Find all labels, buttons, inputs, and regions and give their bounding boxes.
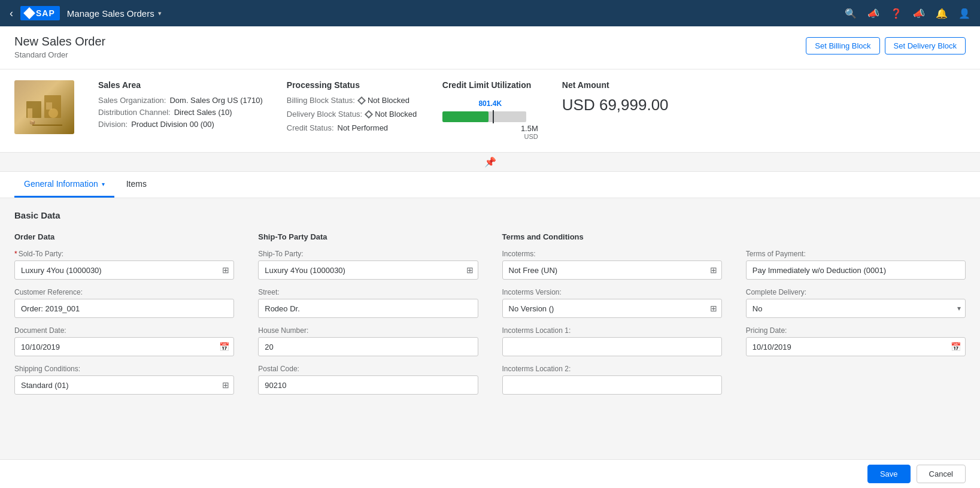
- sold-to-party-field: Sold-To Party: ⊞: [14, 250, 234, 280]
- incoterms-location-2-input[interactable]: [502, 375, 722, 395]
- sold-to-party-wrapper: ⊞: [14, 260, 234, 280]
- shipping-conditions-icon[interactable]: ⊞: [222, 380, 229, 390]
- incoterms-version-wrapper: ⊞: [502, 299, 722, 318]
- sap-logo: SAP: [20, 6, 60, 20]
- basic-data-title: Basic Data: [14, 210, 966, 220]
- ship-to-party-input[interactable]: [258, 260, 478, 280]
- sales-area-heading: Sales Area: [98, 80, 263, 90]
- street-field: Street:: [258, 288, 478, 318]
- set-delivery-block-button[interactable]: Set Delivery Block: [885, 37, 966, 54]
- header-actions: Set Billing Block Set Delivery Block: [806, 37, 966, 54]
- pricing-date-calendar-icon[interactable]: 📅: [951, 342, 961, 351]
- nav-left: ‹ SAP Manage Sales Orders ▾: [10, 6, 162, 20]
- shipping-conditions-label: Shipping Conditions:: [14, 365, 234, 373]
- house-number-field: House Number:: [258, 326, 478, 356]
- terms-of-payment-label: Terms of Payment:: [746, 250, 966, 258]
- order-data-title: Order Data: [14, 232, 234, 241]
- ship-to-party-field: Ship-To Party: ⊞: [258, 250, 478, 280]
- sold-to-party-input[interactable]: [14, 260, 234, 280]
- customer-reference-input[interactable]: [14, 299, 234, 318]
- incoterms-location-1-field: Incoterms Location 1:: [502, 326, 722, 356]
- credit-bar-track: [442, 111, 526, 122]
- shipping-conditions-input[interactable]: [14, 375, 234, 395]
- postal-code-wrapper: [258, 375, 478, 395]
- incoterms-nav-icon[interactable]: ⊞: [710, 265, 717, 275]
- pin-icon[interactable]: 📌: [484, 156, 496, 168]
- complete-delivery-field: Complete Delivery: No Yes ▾: [746, 288, 966, 318]
- incoterms-version-label: Incoterms Version:: [502, 288, 722, 296]
- page-title-area: New Sales Order Standard Order: [14, 35, 105, 59]
- credit-bar-container: [442, 111, 526, 122]
- street-wrapper: [258, 299, 478, 318]
- house-number-input[interactable]: [258, 337, 478, 356]
- distribution-channel-row: Distribution Channel: Direct Sales (10): [98, 108, 263, 117]
- sold-to-party-icon[interactable]: ⊞: [222, 265, 229, 275]
- billing-diamond-icon: [357, 96, 366, 104]
- page-subtitle: Standard Order: [14, 50, 105, 59]
- net-amount-section: Net Amount USD 69,999.00: [562, 80, 682, 114]
- help-icon[interactable]: ❓: [890, 8, 902, 19]
- credit-amount-label: 801.4K: [442, 99, 538, 108]
- notification-icon[interactable]: 📣: [913, 8, 925, 19]
- terms-of-payment-input[interactable]: [746, 260, 966, 280]
- document-date-calendar-icon[interactable]: 📅: [219, 342, 229, 351]
- sales-area-section: Sales Area Sales Organization: Dom. Sale…: [98, 80, 263, 132]
- svg-rect-2: [28, 108, 32, 118]
- postal-code-input[interactable]: [258, 375, 478, 395]
- customer-reference-wrapper: [14, 299, 234, 318]
- street-input[interactable]: [258, 299, 478, 318]
- incoterms-version-field: Incoterms Version: ⊞: [502, 288, 722, 318]
- customer-reference-field: Customer Reference:: [14, 288, 234, 318]
- distribution-channel-label: Distribution Channel:: [98, 108, 171, 117]
- credit-status-label: Credit Status:: [287, 123, 334, 132]
- document-date-label: Document Date:: [14, 326, 234, 335]
- sap-diamond: [23, 7, 35, 19]
- ship-to-party-label: Ship-To Party:: [258, 250, 478, 258]
- megaphone-icon[interactable]: 📣: [867, 8, 879, 19]
- document-date-input[interactable]: [14, 337, 234, 356]
- complete-delivery-label: Complete Delivery:: [746, 288, 966, 296]
- complete-delivery-wrapper: No Yes ▾: [746, 299, 966, 318]
- ship-to-party-title: Ship-To Party Data: [258, 232, 478, 241]
- document-date-field: Document Date: 📅: [14, 326, 234, 356]
- incoterms-location-1-input[interactable]: [502, 337, 722, 356]
- incoterms-location-2-wrapper: [502, 375, 722, 395]
- billing-status-row: Billing Block Status: Not Blocked: [287, 96, 418, 105]
- tab-items-label: Items: [126, 179, 147, 189]
- distribution-channel-value: Direct Sales (10): [174, 108, 232, 117]
- pricing-date-input[interactable]: [746, 337, 966, 356]
- complete-delivery-select[interactable]: No Yes: [746, 299, 966, 318]
- bell-icon[interactable]: 🔔: [936, 8, 948, 19]
- ship-to-party-wrapper: ⊞: [258, 260, 478, 280]
- postal-code-label: Postal Code:: [258, 365, 478, 373]
- sap-logo-text: SAP: [36, 8, 55, 18]
- tab-general-information[interactable]: General Information ▾: [14, 172, 114, 198]
- sales-area-image: 📦: [14, 80, 74, 134]
- page-title: New Sales Order: [14, 35, 105, 49]
- delivery-status-label: Delivery Block Status:: [287, 110, 362, 119]
- set-billing-block-button[interactable]: Set Billing Block: [806, 37, 879, 54]
- incoterms-version-nav-icon[interactable]: ⊞: [710, 304, 717, 313]
- svg-point-4: [48, 108, 58, 118]
- incoterms-input[interactable]: [502, 260, 722, 280]
- delivery-status-row: Delivery Block Status: Not Blocked: [287, 110, 418, 119]
- tab-general-label: General Information: [24, 179, 98, 189]
- tabs-container: General Information ▾ Items: [0, 172, 980, 198]
- app-title-chevron: ▾: [158, 10, 162, 17]
- warehouse-image-svg: 📦: [20, 83, 68, 131]
- ship-to-party-nav-icon[interactable]: ⊞: [466, 265, 474, 275]
- incoterms-field: Incoterms: ⊞: [502, 250, 722, 280]
- search-icon[interactable]: 🔍: [845, 8, 857, 19]
- incoterms-wrapper: ⊞: [502, 260, 722, 280]
- terms-conditions-column: Terms and Conditions Incoterms: ⊞ Incote…: [502, 232, 722, 403]
- user-icon[interactable]: 👤: [958, 8, 970, 19]
- payment-column-title: [746, 232, 966, 241]
- tab-items[interactable]: Items: [117, 172, 156, 198]
- page-header: New Sales Order Standard Order Set Billi…: [0, 26, 980, 69]
- incoterms-version-input[interactable]: [502, 299, 722, 318]
- shipping-conditions-wrapper: ⊞: [14, 375, 234, 395]
- nav-icons: 🔍 📣 ❓ 📣 🔔 👤: [845, 8, 970, 19]
- incoterms-location-1-wrapper: [502, 337, 722, 356]
- back-button[interactable]: ‹: [10, 7, 13, 20]
- processing-status-heading: Processing Status: [287, 80, 418, 90]
